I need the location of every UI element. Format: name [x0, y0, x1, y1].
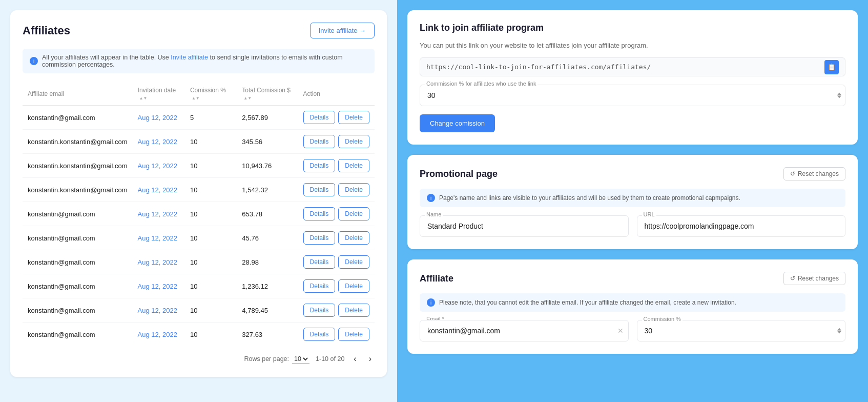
- change-commission-button[interactable]: Change comission: [420, 114, 495, 132]
- affiliate-commission-spinner[interactable]: [837, 328, 841, 334]
- cell-commission: 5: [185, 106, 237, 130]
- affiliate-url-text: https://cool-link-to-join-for-affiliates…: [426, 58, 824, 76]
- delete-button[interactable]: Delete: [338, 304, 369, 317]
- details-button[interactable]: Details: [303, 111, 336, 124]
- affiliate-spinner-down-icon[interactable]: [837, 331, 841, 334]
- col-total[interactable]: Total Comission $ ▲▼: [237, 83, 298, 106]
- details-button[interactable]: Details: [303, 328, 336, 341]
- cell-total: 2,567.89: [237, 106, 298, 130]
- promo-fields-row: Name URL: [420, 215, 845, 237]
- table-row: konstantin@gmail.com Aug 12, 2022 10 28.…: [23, 250, 375, 274]
- cell-action: Details Delete: [298, 202, 375, 226]
- sort-arrows-date: ▲▼: [139, 96, 148, 100]
- spinner-up-icon[interactable]: [837, 93, 841, 95]
- affiliate-spinner-up-icon[interactable]: [837, 328, 841, 331]
- page-title: Affiliates: [23, 24, 70, 37]
- rows-per-page-select[interactable]: 10 25 50: [292, 355, 309, 364]
- commission-input[interactable]: [420, 85, 845, 106]
- cell-commission: 10: [185, 154, 237, 178]
- promo-name-field-group: Name: [420, 215, 629, 237]
- promo-card-header: Promotional page ↺ Reset changes: [420, 167, 845, 180]
- cell-email: konstantin@gmail.com: [23, 274, 133, 298]
- next-page-button[interactable]: ›: [366, 353, 375, 365]
- table-row: konstantin@gmail.com Aug 12, 2022 10 327…: [23, 323, 375, 347]
- affiliate-commission-input[interactable]: [637, 320, 846, 341]
- details-button[interactable]: Details: [303, 279, 336, 293]
- delete-button[interactable]: Delete: [338, 111, 369, 124]
- affiliates-header: Affiliates Invite affiliate →: [23, 23, 375, 38]
- promo-url-input[interactable]: [637, 215, 846, 237]
- commission-label: Commission % for affiliates who use the …: [425, 81, 538, 87]
- info-icon: i: [30, 57, 38, 65]
- cell-total: 28.98: [237, 250, 298, 274]
- affiliate-info-bar: i Please note, that you cannot edit the …: [420, 293, 845, 312]
- spinner-down-icon[interactable]: [837, 96, 841, 98]
- col-action: Action: [298, 83, 375, 106]
- affiliate-commission-field-group: Commission %: [637, 320, 846, 341]
- cell-total: 653.78: [237, 202, 298, 226]
- details-button[interactable]: Details: [303, 183, 336, 196]
- commission-spinner[interactable]: [837, 93, 841, 98]
- promo-info-text: Page's name and links are visible to you…: [439, 194, 740, 202]
- affiliate-email-input[interactable]: [420, 320, 629, 341]
- invite-affiliate-button[interactable]: Invite affiliate →: [310, 23, 375, 38]
- cell-email: konstantin.konstantin@gmail.com: [23, 130, 133, 154]
- cell-email: konstantin@gmail.com: [23, 226, 133, 250]
- cell-date: Aug 12, 2022: [133, 202, 185, 226]
- table-row: konstantin.konstantin@gmail.com Aug 12, …: [23, 130, 375, 154]
- page-info: 1-10 of 20: [316, 355, 344, 363]
- delete-button[interactable]: Delete: [338, 255, 369, 269]
- promo-reset-button[interactable]: ↺ Reset changes: [783, 167, 845, 180]
- details-button[interactable]: Details: [303, 159, 336, 172]
- delete-button[interactable]: Delete: [338, 279, 369, 293]
- affiliate-info-text: Please note, that you cannot edit the af…: [439, 299, 736, 306]
- clear-email-icon[interactable]: ✕: [617, 327, 624, 335]
- delete-button[interactable]: Delete: [338, 183, 369, 196]
- delete-button[interactable]: Delete: [338, 207, 369, 220]
- delete-button[interactable]: Delete: [338, 231, 369, 245]
- cell-action: Details Delete: [298, 323, 375, 346]
- affiliate-fields-row: Email * ✕ Commission %: [420, 320, 845, 341]
- cell-commission: 10: [185, 323, 237, 347]
- delete-button[interactable]: Delete: [338, 159, 369, 172]
- promo-info-bar: i Page's name and links are visible to y…: [420, 189, 845, 207]
- table-row: konstantin@gmail.com Aug 12, 2022 10 653…: [23, 202, 375, 226]
- sort-arrows-total: ▲▼: [243, 96, 252, 100]
- table-header: Affiliate email Invitation date ▲▼ Comis…: [23, 83, 375, 106]
- link-card: Link to join affiliate program You can p…: [407, 10, 858, 145]
- details-button[interactable]: Details: [303, 207, 336, 220]
- cell-commission: 10: [185, 178, 237, 202]
- affiliate-reset-button[interactable]: ↺ Reset changes: [783, 272, 845, 285]
- details-button[interactable]: Details: [303, 231, 336, 245]
- cell-total: 1,236.12: [237, 274, 298, 298]
- cell-action: Details Delete: [298, 298, 375, 322]
- cell-email: konstantin.konstantin@gmail.com: [23, 154, 133, 178]
- details-button[interactable]: Details: [303, 135, 336, 148]
- details-button[interactable]: Details: [303, 304, 336, 317]
- table-row: konstantin.konstantin@gmail.com Aug 12, …: [23, 178, 375, 202]
- affiliate-email-wrapper: ✕: [420, 320, 629, 341]
- cell-total: 345.56: [237, 130, 298, 154]
- cell-email: konstantin@gmail.com: [23, 323, 133, 347]
- prev-page-button[interactable]: ‹: [350, 353, 359, 365]
- link-card-title: Link to join affiliate program: [420, 23, 845, 33]
- sort-arrows-commission: ▲▼: [192, 96, 200, 100]
- col-commission[interactable]: Comission % ▲▼: [185, 83, 237, 106]
- cell-date: Aug 12, 2022: [133, 226, 185, 250]
- details-button[interactable]: Details: [303, 255, 336, 269]
- cell-commission: 10: [185, 274, 237, 298]
- cell-commission: 10: [185, 202, 237, 226]
- affiliate-email-field-group: Email * ✕: [420, 320, 629, 341]
- cell-date: Aug 12, 2022: [133, 274, 185, 298]
- delete-button[interactable]: Delete: [338, 135, 369, 148]
- info-bar: i All your affiliates will appear in the…: [23, 49, 375, 73]
- cell-email: konstantin.konstantin@gmail.com: [23, 178, 133, 202]
- cell-date: Aug 12, 2022: [133, 130, 185, 154]
- col-date[interactable]: Invitation date ▲▼: [133, 83, 185, 106]
- affiliates-card: Affiliates Invite affiliate → i All your…: [10, 10, 387, 377]
- promo-name-input[interactable]: [420, 215, 629, 237]
- affiliate-commission-label: Commission %: [642, 316, 683, 322]
- delete-button[interactable]: Delete: [338, 328, 369, 341]
- copy-url-button[interactable]: 📋: [824, 60, 839, 74]
- invite-affiliate-link[interactable]: Invite affiliate: [171, 54, 208, 61]
